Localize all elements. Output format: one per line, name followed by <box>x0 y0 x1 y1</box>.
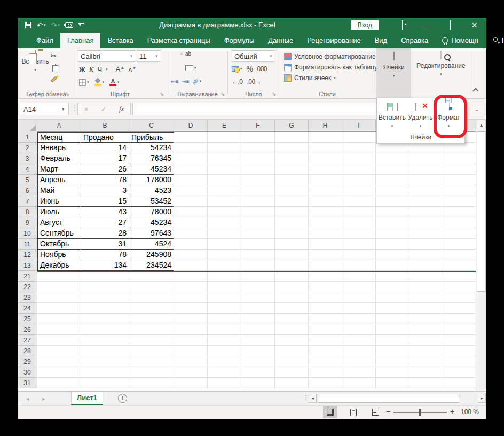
grid-cell[interactable] <box>241 143 275 153</box>
dialog-launcher-icon[interactable]: ⇘ <box>160 91 164 97</box>
grid-cell[interactable] <box>241 324 275 335</box>
zoom-level[interactable]: 100 % <box>461 408 479 416</box>
grid-cell[interactable] <box>443 164 477 175</box>
row-header[interactable]: 6 <box>18 185 37 196</box>
grid-cell[interactable] <box>342 314 376 324</box>
scroll-left-icon[interactable]: ◂ <box>309 394 317 403</box>
row-header[interactable]: 2 <box>18 143 37 153</box>
grid-cell[interactable] <box>81 335 129 346</box>
grid-cell[interactable] <box>37 335 81 346</box>
column-header[interactable]: A <box>37 120 81 131</box>
grid-cell[interactable] <box>376 217 410 228</box>
menu-tab[interactable]: Справка <box>394 33 435 48</box>
grid-cell[interactable] <box>208 207 241 217</box>
grid-cell[interactable]: 45234 <box>129 164 174 175</box>
grid-cell[interactable] <box>275 239 309 250</box>
menu-tab[interactable]: Рецензирование <box>300 33 367 48</box>
horizontal-scroll-thumb[interactable] <box>318 394 459 403</box>
grid-cell[interactable] <box>342 185 376 196</box>
grid-cell[interactable] <box>174 346 208 356</box>
row-header[interactable]: 21 <box>18 271 37 282</box>
grid-cell[interactable] <box>309 260 342 271</box>
column-header[interactable]: D <box>174 120 208 131</box>
grid-cell[interactable] <box>376 303 410 314</box>
grid-cell[interactable] <box>37 356 81 367</box>
maximize-button[interactable] <box>438 21 462 29</box>
grid-cell[interactable] <box>443 282 477 292</box>
grid-cell[interactable] <box>208 164 241 175</box>
grid-cell[interactable] <box>443 217 477 228</box>
decrease-indent-button[interactable]: ⇤≡ <box>171 79 178 84</box>
scroll-up-icon[interactable]: ▲ <box>477 120 486 130</box>
grid-cell[interactable]: 76345 <box>129 153 174 164</box>
grid-cell[interactable] <box>443 196 477 207</box>
grid-cell[interactable] <box>443 367 477 378</box>
grid-cell[interactable] <box>208 282 241 292</box>
grid-cell[interactable]: Июль <box>37 207 81 217</box>
grid-cell[interactable]: 245908 <box>129 250 174 260</box>
grid-cell[interactable] <box>129 356 174 367</box>
grid-cell[interactable] <box>241 346 275 356</box>
grid-cell[interactable] <box>410 314 443 324</box>
grid-cell[interactable] <box>81 292 129 303</box>
grid-cell[interactable] <box>342 271 376 282</box>
grid-cell[interactable] <box>241 217 275 228</box>
grid-cell[interactable] <box>342 164 376 175</box>
grid-cell[interactable]: Июнь <box>37 196 81 207</box>
grid-cell[interactable] <box>241 335 275 346</box>
grid-cell[interactable] <box>208 153 241 164</box>
grid-cell[interactable] <box>410 196 443 207</box>
grid-cell[interactable] <box>174 260 208 271</box>
grid-cell[interactable] <box>174 143 208 153</box>
prev-sheet-icon[interactable]: ◂ <box>26 395 29 402</box>
grid-cell[interactable] <box>443 143 477 153</box>
menu-tab[interactable]: Разметка страницы <box>140 33 217 48</box>
grid-cell[interactable] <box>275 207 309 217</box>
row-header[interactable]: 9 <box>18 217 37 228</box>
row-header[interactable]: 1 <box>18 132 37 143</box>
grid-cell[interactable] <box>443 250 477 260</box>
grid-cell[interactable] <box>37 282 81 292</box>
wrap-text-button[interactable]: ab <box>185 51 191 57</box>
grid-cell[interactable]: 134 <box>81 260 129 271</box>
customize-qat-icon[interactable] <box>78 23 84 27</box>
grid-cell[interactable] <box>208 217 241 228</box>
grid-cell[interactable] <box>174 217 208 228</box>
grid-cell[interactable] <box>174 367 208 378</box>
underline-dropdown[interactable]: ▾ <box>106 67 108 72</box>
page-layout-view-button[interactable] <box>346 406 360 418</box>
grid-cell[interactable] <box>410 335 443 346</box>
grid-cell[interactable] <box>37 324 81 335</box>
grid-cell[interactable] <box>81 324 129 335</box>
grid-cell[interactable] <box>241 303 275 314</box>
grid-cell[interactable]: Январь <box>37 143 81 153</box>
grid-cell[interactable] <box>309 324 342 335</box>
flyout-delete-button[interactable]: Удалить▾ <box>406 100 435 129</box>
copy-button[interactable]: ▾ <box>51 62 59 71</box>
grid-cell[interactable] <box>309 356 342 367</box>
grid-cell[interactable]: 178000 <box>129 175 174 185</box>
grid-cell[interactable] <box>208 132 241 143</box>
grid-cell[interactable] <box>208 356 241 367</box>
vertical-scroll-thumb[interactable] <box>477 131 486 292</box>
grid-cell[interactable] <box>443 314 477 324</box>
grid-cell[interactable] <box>275 175 309 185</box>
grid-cell[interactable] <box>376 260 410 271</box>
grid-cell[interactable] <box>129 346 174 356</box>
grid-cell[interactable] <box>410 282 443 292</box>
grid-cell[interactable] <box>208 175 241 185</box>
grid-cell[interactable] <box>275 228 309 239</box>
grid-cell[interactable] <box>342 143 376 153</box>
grid-cell[interactable] <box>174 164 208 175</box>
grid-cell[interactable] <box>174 250 208 260</box>
grid-cell[interactable]: Месяц <box>37 132 81 143</box>
select-all-corner[interactable] <box>18 120 37 132</box>
camera-icon[interactable] <box>65 22 73 28</box>
grid-cell[interactable] <box>376 250 410 260</box>
grid-cell[interactable] <box>410 217 443 228</box>
grid-cell[interactable] <box>81 282 129 292</box>
grid-cell[interactable] <box>410 303 443 314</box>
grid-cell[interactable]: Сентябрь <box>37 228 81 239</box>
enter-icon[interactable]: ✓ <box>101 105 107 113</box>
grid-cell[interactable] <box>342 367 376 378</box>
